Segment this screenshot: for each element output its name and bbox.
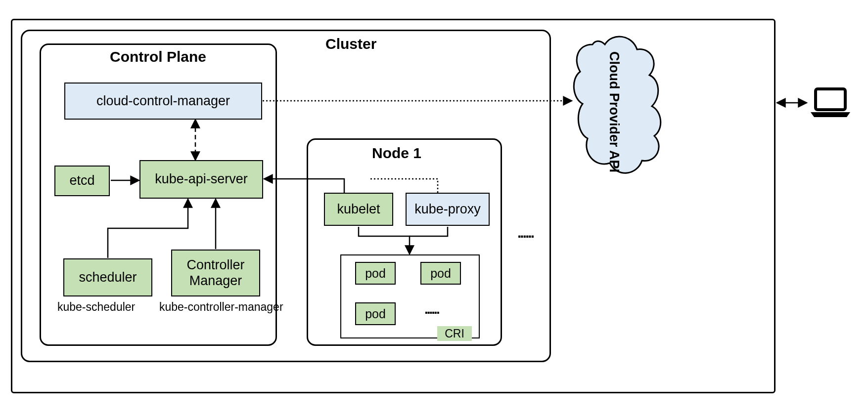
pod-box: pod: [355, 302, 396, 325]
cloud-api-label: Cloud Provider API: [606, 51, 622, 172]
svg-rect-0: [816, 89, 845, 110]
controller-manager-box: Controller Manager: [171, 250, 260, 296]
cluster-label: Cluster: [325, 36, 376, 52]
pod-dots: ······: [424, 305, 439, 321]
etcd-box: etcd: [54, 166, 110, 196]
node-ellipsis: ······: [517, 228, 533, 245]
scheduler-box: scheduler: [63, 258, 152, 296]
kubelet-box: kubelet: [324, 193, 393, 226]
cri-label: CRI: [437, 326, 472, 341]
kube-api-server-box: kube-api-server: [139, 160, 263, 199]
node-label: Node 1: [372, 145, 421, 162]
cloud-control-manager-box: cloud-control-manager: [64, 83, 262, 120]
laptop-icon: [808, 86, 853, 121]
pod-box: pod: [355, 262, 396, 285]
kube-proxy-box: kube-proxy: [406, 193, 490, 226]
pod-box: pod: [420, 262, 461, 285]
control-plane-label: Control Plane: [110, 48, 206, 65]
controller-sub-label: kube-controller-manager: [159, 300, 283, 314]
scheduler-sub-label: kube-scheduler: [57, 300, 135, 314]
